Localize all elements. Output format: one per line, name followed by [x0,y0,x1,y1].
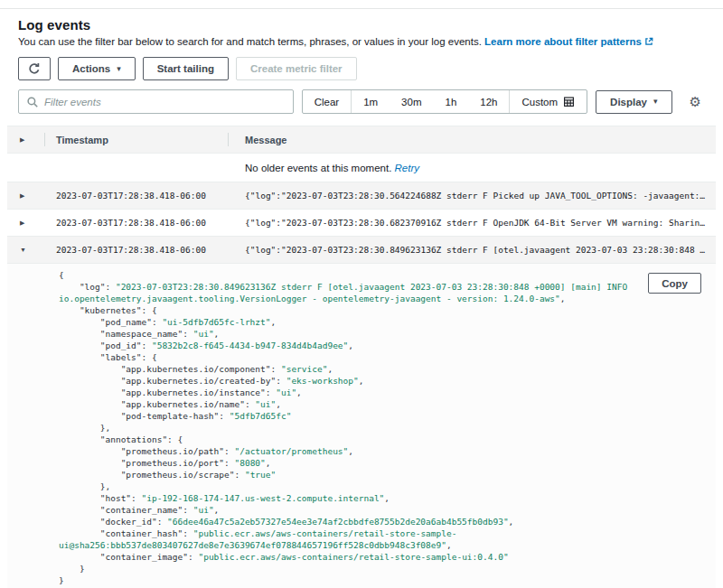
retry-link[interactable]: Retry [395,163,419,173]
search-box[interactable] [18,89,294,114]
custom-label: Custom [521,97,558,107]
expand-toggle[interactable]: ▶ [7,219,44,226]
chevron-right-icon: ▶ [20,192,24,199]
filter-bar: Clear 1m 30m 1h 12h Custom Display ▾ ⚙ [18,89,705,114]
start-tailing-label: Start tailing [157,63,214,74]
actions-button[interactable]: Actions ▾ [58,57,136,80]
column-header-message[interactable]: Message [228,126,716,153]
table-row[interactable]: ▶ 2023-07-03T17:28:38.418-06:00 {"log":"… [7,182,716,210]
log-events-panel: Log events You can use the filter bar be… [7,9,716,588]
notice-message: No older events at this moment. Retry [228,154,716,182]
expand-toggle[interactable]: ▶ [7,192,44,199]
time-range-30m[interactable]: 30m [390,90,433,113]
time-range-1m[interactable]: 1m [352,90,390,113]
learn-more-link[interactable]: Learn more about filter patterns [484,36,653,47]
collapse-toggle[interactable]: ▼ [7,247,44,253]
refresh-button[interactable] [18,57,51,80]
table-row[interactable]: ▶ 2023-07-03T17:28:38.418-06:00 {"log":"… [7,210,716,237]
chevron-down-icon: ▼ [20,247,26,253]
search-icon [27,97,38,107]
display-button[interactable]: Display ▾ [596,90,671,114]
expanded-json-code: { "log": "2023-07-03T23:28:30.849623136Z… [59,269,701,586]
row-message: {"log":"2023-07-03T23:28:30.564224688Z s… [228,182,716,209]
page-title: Log events [18,17,705,33]
filter-events-input[interactable] [44,97,285,107]
time-range-clear[interactable]: Clear [303,90,351,113]
time-range-12h[interactable]: 12h [468,90,509,113]
chevron-down-icon: ▾ [117,65,121,73]
row-message: {"log":"2023-07-03T23:28:30.682370916Z s… [228,210,716,236]
description-text: You can use the filter bar below to sear… [18,36,482,47]
actions-label: Actions [72,63,110,74]
gear-icon: ⚙ [690,94,701,109]
start-tailing-button[interactable]: Start tailing [143,57,229,80]
row-timestamp: 2023-07-03T17:28:38.418-06:00 [44,182,228,209]
no-older-events-row: No older events at this moment. Retry [7,154,716,182]
create-metric-filter-label: Create metric filter [250,63,343,74]
log-events-table: ▶ Timestamp Message No older events at t… [7,126,716,588]
row-timestamp: 2023-07-03T17:28:38.418-06:00 [44,237,228,263]
row-message: {"log":"2023-07-03T23:28:30.849623136Z s… [228,237,716,263]
page-description: You can use the filter bar below to sear… [18,36,705,47]
table-header-row: ▶ Timestamp Message [7,126,716,154]
external-link-icon [644,37,653,46]
chevron-right-icon: ▶ [20,136,24,143]
spacer [44,154,228,182]
table-row-expanded[interactable]: ▼ 2023-07-03T17:28:38.418-06:00 {"log":"… [7,237,716,264]
page-top-divider [0,0,723,9]
chevron-right-icon: ▶ [20,219,24,226]
learn-more-label: Learn more about filter patterns [484,36,642,47]
chevron-down-icon: ▾ [653,98,658,106]
display-label: Display [610,97,647,107]
create-metric-filter-button[interactable]: Create metric filter [236,57,357,80]
copy-button[interactable]: Copy [648,273,701,294]
notice-text: No older events at this moment. [245,163,391,173]
expanded-event-detail: Copy { "log": "2023-07-03T23:28:30.84962… [7,264,716,588]
refresh-icon [28,62,41,75]
expand-all-toggle[interactable]: ▶ [7,136,44,143]
calendar-icon [563,96,575,107]
settings-button[interactable]: ⚙ [686,94,705,110]
toolbar: Actions ▾ Start tailing Create metric fi… [18,57,705,80]
time-range-group: Clear 1m 30m 1h 12h Custom [302,89,587,114]
time-range-1h[interactable]: 1h [433,90,468,113]
row-timestamp: 2023-07-03T17:28:38.418-06:00 [44,210,228,236]
column-header-timestamp[interactable]: Timestamp [44,126,228,153]
time-range-custom[interactable]: Custom [510,90,587,113]
